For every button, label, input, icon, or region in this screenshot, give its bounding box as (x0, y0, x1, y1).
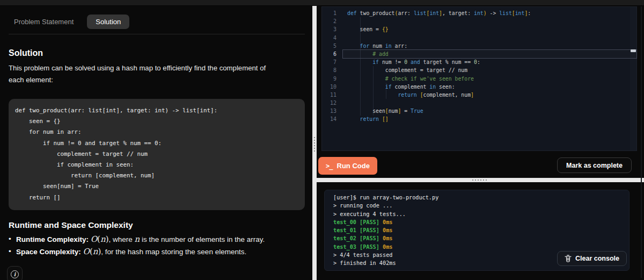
tab-solution[interactable]: Solution (87, 15, 129, 29)
code-line-6[interactable]: 6 # add (322, 50, 636, 58)
tabs-divider (9, 34, 305, 34)
workspace-panel: 1def two_product(arr: list[int], target:… (317, 6, 644, 280)
clear-console-label: Clear console (575, 255, 619, 262)
console-line: > executing 4 tests... (333, 210, 438, 218)
run-code-button[interactable]: >_ Run Code (318, 157, 377, 175)
code-editor[interactable]: 1def two_product(arr: list[int], target:… (321, 6, 637, 151)
code-text: # add (343, 50, 636, 58)
console-line: test_02 [PASS] 0ms (333, 234, 438, 242)
complexity-heading: Runtime and Space Complexity (9, 220, 312, 230)
info-button[interactable]: i (7, 266, 23, 280)
code-line-4[interactable]: 4 (322, 34, 636, 42)
vertical-splitter[interactable] (312, 6, 317, 280)
code-line-8[interactable]: 8 complement = target // num (322, 66, 636, 74)
code-text (343, 34, 636, 42)
tab-problem-statement[interactable]: Problem Statement (8, 15, 80, 29)
console-line: > 4/4 tests passed (333, 251, 438, 259)
code-text: if num != 0 and target % num == 0: (343, 58, 636, 66)
complexity-item: •Runtime Complexity: O(n), where n is th… (9, 233, 312, 246)
line-number: 14 (322, 115, 336, 123)
console-output-panel[interactable]: [user]$ run array-two-product.py> runnin… (324, 190, 630, 271)
editor-lines: 1def two_product(arr: list[int], target:… (322, 9, 636, 124)
line-number: 6 (322, 50, 336, 58)
code-text: # check if we've seen before (343, 75, 636, 83)
console-lines: [user]$ run array-two-product.py> runnin… (333, 193, 438, 267)
console-line: test_01 [PASS] 0ms (333, 226, 438, 234)
code-line-7[interactable]: 7 if num != 0 and target % num == 0: (322, 58, 636, 66)
code-line-12[interactable]: 12 (322, 99, 636, 107)
code-line-1[interactable]: 1def two_product(arr: list[int], target:… (322, 9, 636, 17)
clear-console-button[interactable]: Clear console (557, 251, 627, 266)
solution-heading: Solution (9, 48, 312, 58)
splitter-drag-handle-icon (472, 180, 488, 181)
code-line-5[interactable]: 5 for num in arr: (322, 42, 636, 50)
code-text: return [complement, num] (343, 91, 636, 99)
bullet-marker: • (9, 246, 11, 257)
line-number: 3 (322, 25, 336, 33)
code-line-14[interactable]: 14 return [] (322, 115, 636, 123)
mark-as-complete-button[interactable]: Mark as complete (557, 157, 632, 173)
code-text (343, 99, 636, 107)
code-line-13[interactable]: 13 seen[num] = True (322, 107, 636, 115)
trash-icon (565, 255, 572, 262)
scrollbar-cursor-marker[interactable] (631, 49, 636, 52)
code-text: for num in arr: (343, 42, 636, 50)
code-text: seen[num] = True (343, 107, 636, 115)
code-text: def two_product(arr: list[int], target: … (343, 9, 636, 17)
line-number: 1 (322, 9, 336, 17)
code-line-9[interactable]: 9 # check if we've seen before (322, 75, 636, 83)
line-number: 9 (322, 75, 336, 83)
code-line-2[interactable]: 2 (322, 17, 636, 25)
solution-code-block: def two_product(arr: list[int], target: … (9, 99, 305, 210)
code-text: return [] (343, 115, 636, 123)
code-text: if complement in seen: (343, 83, 636, 91)
solution-panel: Problem Statement Solution Solution This… (0, 6, 312, 280)
console-line: test_00 [PASS] 0ms (333, 218, 438, 226)
info-icon: i (11, 270, 19, 278)
horizontal-splitter[interactable] (317, 178, 644, 182)
line-number: 11 (322, 91, 336, 99)
left-panel-tabs: Problem Statement Solution (8, 15, 312, 29)
top-window-strip (0, 0, 644, 6)
code-line-10[interactable]: 10 if complement in seen: (322, 83, 636, 91)
solution-description: This problem can be solved using a hash … (9, 62, 280, 86)
console-line: > running code ... (333, 202, 438, 210)
console-line: test_03 [PASS] 0ms (333, 243, 438, 251)
line-number: 5 (322, 42, 336, 50)
terminal-prompt-icon: >_ (326, 162, 332, 170)
code-text: seen = {} (343, 25, 636, 33)
line-number: 13 (322, 107, 336, 115)
editor-scrollbar[interactable] (630, 7, 636, 150)
console-line: [user]$ run array-two-product.py (333, 193, 438, 202)
complexity-item: •Space Complexity: O(n), for the hash ma… (9, 246, 312, 258)
line-number: 12 (322, 99, 336, 107)
line-number: 10 (322, 83, 336, 91)
splitter-drag-handle-icon (314, 137, 315, 153)
line-number: 2 (322, 17, 336, 25)
code-line-3[interactable]: 3 seen = {} (322, 25, 636, 33)
code-line-11[interactable]: 11 return [complement, num] (322, 91, 636, 99)
line-number: 4 (322, 34, 336, 42)
line-number: 7 (322, 58, 336, 66)
run-code-label: Run Code (337, 162, 370, 170)
scrollbar-track-line (641, 6, 642, 278)
console-line: > finished in 402ms (333, 259, 438, 267)
code-text (343, 17, 636, 25)
complexity-list: •Runtime Complexity: O(n), where n is th… (9, 233, 312, 258)
code-text: complement = target // num (343, 66, 636, 74)
line-number: 8 (322, 66, 336, 74)
bullet-marker: • (9, 233, 11, 245)
